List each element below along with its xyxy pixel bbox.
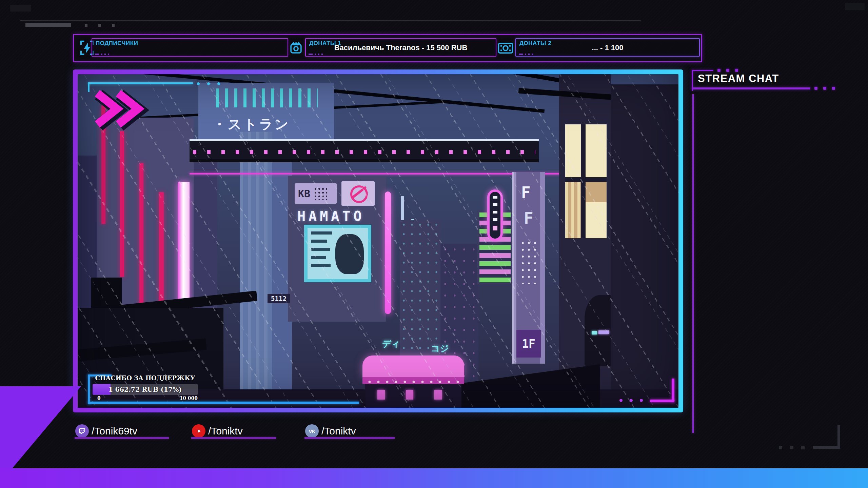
top-right-box-decor [845,3,865,10]
chat-bracket [692,70,713,71]
poster-decor [304,225,371,282]
donations1-widget: ДОНАТЫ 1 Васильевичь Theranos - 15 500 R… [305,38,496,57]
canopy-roof [362,355,464,377]
panel-corner-decor [519,54,533,55]
bottom-rule-dot [779,446,782,449]
chat-dot-decor [814,87,817,90]
social-underline [75,437,169,439]
social-underline [191,437,276,439]
scene-sign-restaurant: ・ストラン [213,115,290,134]
capsule-sign-decor [487,189,503,241]
foreground-silhouette [457,364,600,408]
money-icon[interactable] [498,42,513,54]
donations2-widget: ДОНАТЫ 2 ... - 1 100 [515,38,700,57]
stream-preview-frame: ・ストラン КВ [73,69,683,412]
top-rule-dot [85,24,87,27]
social-link-youtube[interactable]: /Toniktv [192,424,243,438]
poster-face-decor [335,234,364,274]
scene-sign-floor: 1F [522,337,535,350]
chat-title: STREAM CHAT [698,73,779,85]
canopy-band [362,377,464,384]
chat-dot-decor [726,69,729,72]
vk-icon: VK [305,424,319,438]
visor-glow-decor [598,330,609,334]
dot-grid-decor [314,187,327,200]
top-rule-head-decor [25,23,71,27]
neon-tube-decor [385,191,391,314]
social-handle: /Toniktv [321,425,356,437]
social-handle: /Toniktv [208,425,243,437]
chat-underline [692,87,810,89]
top-rule-dot [112,24,115,27]
floor-banner-sign: F F 1F [512,172,545,364]
subscribers-value [92,39,288,56]
social-link-twitch[interactable]: /Tonik69tv [75,424,137,438]
window-lights-decor [216,88,318,107]
panel-corner-decor [309,54,323,55]
chat-dot-decor [717,69,721,72]
goal-max: 10 000 [171,395,198,401]
stream-preview-scene: ・ストラン КВ [78,74,678,408]
bottom-rule-dot [801,446,805,449]
top-rule-dot [98,24,101,27]
scene-sign-ban [341,181,375,206]
goal-value: 1 662.72 RUB (17%) [93,384,198,395]
lit-window-decor [565,124,607,238]
purple-dot-decor [619,399,623,402]
twitch-icon [75,424,89,438]
cyan-dot-decor [197,82,200,85]
bridge-lights-decor [193,150,535,154]
corner-line-decor [88,82,193,84]
purple-dot-decor [630,399,633,402]
stall-front [365,384,461,408]
chat-dot-decor [823,87,826,90]
goal-bracket [88,374,90,404]
top-rule-decor [20,20,641,21]
scene-sign-hamato: НАМАТО [297,208,365,224]
chat-dot-decor [735,69,738,72]
scene-sign-kb: КВ [295,183,337,204]
corner-line-decor [672,379,674,402]
scene-sign-digits: 5112 [268,294,290,303]
cyan-dot-decor [217,82,220,85]
bottom-bracket-decor [837,425,840,449]
goal-underline [88,402,359,404]
goal-progressbar: 1 662.72 RUB (17%) [93,384,198,395]
social-underline [304,437,395,439]
corner-line-decor [88,82,90,92]
donations1-value: Васильевичь Theranos - 15 500 RUB [306,39,496,56]
chat-dot-decor [832,87,835,90]
corner-line-decor [650,400,674,402]
chevrons-icon [91,90,152,130]
panel-corner-decor [95,54,109,55]
goal-title: СПАСИБО ЗА ПОДДЕРЖКУ [93,374,198,382]
cyan-dot-decor [207,82,210,85]
donations2-value: ... - 1 100 [516,39,699,56]
top-left-box-decor [10,5,31,12]
scene-sign-koji: コジ [431,343,449,354]
dot-grid-decor [520,240,539,284]
stream-overlay-page: ПОДПИСЧИКИ ДОНАТЫ 1 Васильевичь Theranos… [0,0,868,488]
social-link-vk[interactable]: VK /Toniktv [305,424,356,438]
widget-bar: ПОДПИСЧИКИ ДОНАТЫ 1 Васильевичь Theranos… [73,34,702,62]
gear-icon[interactable] [289,41,303,55]
bottom-bracket-decor [813,446,840,449]
purple-dot-decor [640,399,643,402]
goal-min: 0 [97,395,101,401]
chat-panel-border [692,94,694,433]
social-handle: /Tonik69tv [92,425,137,437]
bottom-rule-dot [790,446,793,449]
subscribers-widget: ПОДПИСЧИКИ [92,38,288,57]
visor-glow-decor [592,331,597,334]
neon-bar-decor [120,131,124,277]
building-silhouette [611,84,678,408]
neon-line-decor [190,173,566,175]
scene-sign-dei: ディ [382,338,400,350]
youtube-icon [192,424,205,438]
bridge-underbeam [190,159,539,162]
bottom-gradient-band [0,468,868,488]
